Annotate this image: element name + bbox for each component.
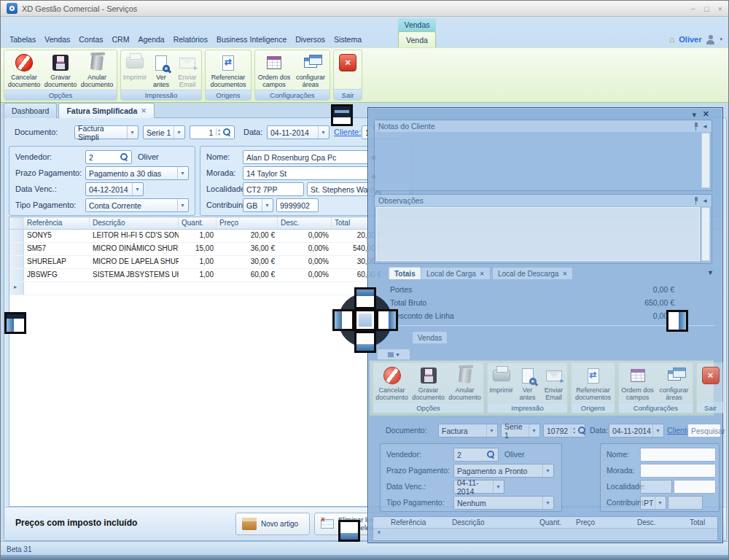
save-document-button[interactable]: Gravar documento [43, 51, 79, 89]
preview-button[interactable]: Ver antes [515, 364, 540, 402]
configure-areas-button[interactable]: configurar áreas [656, 364, 692, 402]
dock-right-edge-target[interactable] [666, 310, 688, 332]
reference-documents-button[interactable]: Referenciar documentos [208, 51, 249, 89]
dock-left-edge-target[interactable] [4, 312, 26, 334]
user-area[interactable]: ⌂ Oliver ▾ [669, 31, 722, 47]
venc-combo[interactable]: 04-11-2014▼ [453, 480, 504, 494]
preview-button[interactable]: Ver antes [149, 51, 174, 89]
send-email-button[interactable]: Enviar Email [541, 364, 566, 402]
tab-local-de-descarga[interactable]: Local de Descarga✕ [492, 267, 573, 279]
morada-input[interactable]: 14 Taylor St [243, 166, 368, 180]
void-document-button[interactable]: Anular documento [79, 51, 115, 89]
nome-input[interactable]: Alan D Rosenburg Cpa Pc [243, 150, 368, 164]
send-email-button[interactable]: Enviar Email [175, 51, 200, 89]
dock-center-right-target[interactable] [376, 309, 398, 331]
tab-fatura-simplificada[interactable]: Fatura Simplificada✕ [58, 103, 154, 118]
tab-local-de-carga[interactable]: Local de Carga✕ [421, 267, 491, 279]
tipo-combo[interactable]: Nenhum▼ [453, 496, 554, 510]
menu-business-inteligence[interactable]: Business Inteligence [214, 35, 289, 44]
prazo-combo[interactable]: Pagamento a Pronto▼ [453, 464, 554, 478]
dock-center-top-target[interactable] [354, 287, 376, 309]
data-combo[interactable]: 04-11-2014▼ [609, 424, 664, 438]
col-quant[interactable]: Quant. [179, 217, 217, 229]
menu-agenda[interactable]: Agenda [135, 35, 167, 44]
vendas-tab[interactable]: Vendas [412, 331, 448, 343]
codigo-postal-input[interactable] [640, 480, 672, 494]
close-tab-icon[interactable]: ✕ [141, 107, 147, 114]
dock-top-edge-target[interactable] [331, 104, 353, 126]
tab-venda-active[interactable]: Venda [398, 31, 436, 47]
menu-contas[interactable]: Contas [76, 35, 106, 44]
dock-center-fill-target[interactable] [354, 309, 376, 331]
prazo-combo[interactable]: Pagamento a 30 dias▼ [85, 166, 189, 180]
cancel-document-button[interactable]: Cancelar documento [7, 51, 42, 89]
search-icon[interactable] [120, 153, 128, 161]
configure-areas-button[interactable]: configurar áreas [293, 51, 329, 89]
scrollbar[interactable] [701, 133, 710, 188]
menu-tabelas[interactable]: Tabelas [7, 35, 39, 44]
localidade-input[interactable] [674, 480, 716, 494]
menu-crm[interactable]: CRM [109, 35, 133, 44]
numero-spinner[interactable]: 1▴▾ [190, 125, 235, 139]
data-combo[interactable]: 04-11-2014▼ [267, 125, 330, 139]
spinner-arrows-icon[interactable]: ▴▾ [571, 427, 575, 435]
overlay-close-icon[interactable]: ✕ [703, 109, 709, 119]
menu-vendas[interactable]: Vendas [42, 35, 73, 44]
spinner-arrows-icon[interactable]: ▴▾ [216, 128, 220, 136]
field-order-button[interactable]: Ordem dos campos [257, 51, 292, 89]
exit-button[interactable] [698, 364, 723, 387]
contribuinte-country-combo[interactable]: GB▼ [243, 198, 273, 212]
dock-center-bottom-target[interactable] [354, 331, 376, 353]
observacoes-textarea[interactable] [376, 207, 700, 261]
cliente-search-input[interactable]: Pesquisar [687, 424, 721, 438]
tabs-overflow-arrow-icon[interactable]: ▼ [707, 269, 714, 276]
window-menu-chevron-icon[interactable]: ▾ [692, 110, 696, 120]
cancel-document-button[interactable]: Cancelar documento [374, 364, 410, 402]
restore-button[interactable]: □ [704, 4, 709, 13]
pin-icon[interactable] [693, 122, 699, 131]
morada-input[interactable] [640, 464, 716, 478]
dock-bottom-edge-target[interactable] [338, 520, 360, 542]
documento-combo[interactable]: Factura▼ [438, 424, 498, 438]
print-button[interactable]: Imprimir [122, 51, 148, 82]
tipo-combo[interactable]: Conta Corrente▼ [85, 198, 189, 212]
contribuinte-input[interactable]: 9999902 [276, 198, 319, 212]
save-document-button[interactable]: Gravar documento [410, 364, 446, 402]
menu-diversos[interactable]: Diversos [292, 35, 328, 44]
close-button[interactable]: × [718, 4, 722, 13]
dock-center-left-target[interactable] [332, 309, 354, 331]
reference-documents-button[interactable]: Referenciar documentos [572, 364, 614, 402]
search-icon[interactable] [487, 451, 495, 459]
tab-dashboard[interactable]: Dashboard [4, 103, 57, 118]
close-tab-icon[interactable]: ✕ [562, 271, 567, 277]
contribuinte-input[interactable] [668, 496, 703, 510]
search-icon[interactable] [223, 128, 231, 136]
menu-sistema[interactable]: Sistema [331, 35, 364, 44]
cliente-link[interactable]: Cliente: [334, 128, 361, 136]
close-tab-icon[interactable]: ✕ [480, 271, 485, 277]
table-new-row[interactable]: * [373, 529, 717, 540]
exit-button[interactable] [335, 51, 361, 74]
tab-totais[interactable]: Totais [389, 267, 421, 279]
vendedor-input[interactable]: 2 [453, 448, 499, 462]
col-descricao[interactable]: Descrição [90, 217, 179, 229]
scrollbar[interactable] [701, 207, 710, 261]
search-icon[interactable] [578, 427, 586, 435]
vendedor-input[interactable]: 2 [85, 150, 132, 164]
collapse-icon[interactable]: ◄ [702, 123, 708, 130]
serie-combo[interactable]: Serie 1▼ [501, 424, 540, 438]
documento-combo[interactable]: Factura Simpli▼ [74, 125, 139, 139]
nome-input[interactable] [640, 448, 716, 462]
menu-relatorios[interactable]: Relatórios [171, 35, 211, 44]
numero-spinner[interactable]: 10792▴▾ [543, 424, 585, 438]
venc-combo[interactable]: 04-12-2014▼ [85, 182, 144, 196]
field-order-button[interactable]: Ordem dos campos [620, 364, 655, 402]
void-document-button[interactable]: Anular documento [447, 364, 483, 402]
pin-icon[interactable] [693, 197, 699, 205]
col-preco[interactable]: Preço [217, 217, 278, 229]
contribuinte-country-combo[interactable]: PT▼ [640, 496, 666, 510]
col-desc[interactable]: Desc. [278, 217, 332, 229]
new-article-button[interactable]: Novo artigo [235, 513, 310, 535]
collapse-icon[interactable]: ◄ [702, 198, 708, 204]
minimize-button[interactable]: − [690, 4, 695, 13]
